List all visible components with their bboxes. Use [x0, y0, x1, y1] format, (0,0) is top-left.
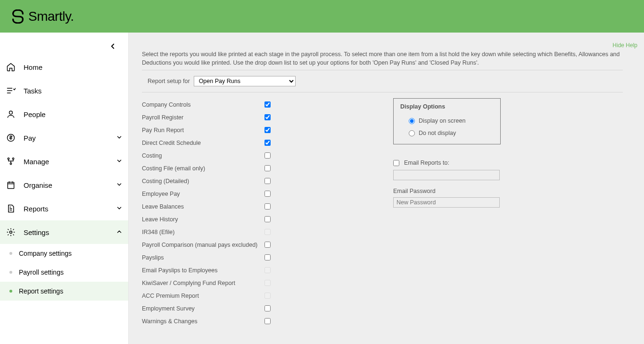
report-row: Costing (Detailed) [142, 175, 271, 187]
nav-manage[interactable]: Manage [0, 150, 128, 173]
nav-people[interactable]: People [0, 102, 128, 126]
report-checkbox[interactable] [264, 114, 271, 120]
pay-icon [6, 133, 16, 143]
manage-icon [6, 156, 16, 167]
bullet-icon [9, 271, 12, 274]
report-label: Employee Pay [142, 191, 264, 197]
email-reports-checkbox[interactable] [393, 160, 399, 166]
subnav-company-settings[interactable]: Company settings [0, 244, 128, 263]
report-label: IR348 (Efile) [142, 229, 264, 235]
nav-organise-label: Organise [24, 181, 52, 189]
report-label: Leave History [142, 216, 264, 223]
report-checkbox[interactable] [264, 127, 271, 133]
chevron-down-icon [116, 181, 123, 189]
nav-settings[interactable]: Settings [0, 220, 128, 244]
people-icon [6, 109, 16, 119]
home-icon [6, 62, 16, 72]
report-row: Company Controls [142, 98, 271, 111]
nav-reports[interactable]: Reports [0, 197, 128, 220]
subnav-payroll-settings[interactable]: Payroll settings [0, 263, 128, 282]
report-checkbox [264, 267, 271, 273]
report-row: Payroll Register [142, 111, 271, 124]
do-not-display-label: Do not display [419, 130, 456, 136]
hide-help-link[interactable]: Hide Help [612, 42, 637, 49]
report-row: Employee Pay [142, 187, 271, 200]
bullet-icon [9, 252, 12, 255]
report-label: Pay Run Report [142, 127, 264, 134]
chevron-left-icon [108, 42, 117, 50]
report-checkbox[interactable] [264, 242, 271, 248]
report-row: IR348 (Efile) [142, 226, 271, 238]
settings-icon [6, 227, 16, 237]
svg-point-4 [10, 163, 11, 164]
nav-settings-label: Settings [24, 228, 49, 236]
report-checkbox[interactable] [264, 216, 271, 222]
display-on-screen-radio[interactable] [409, 118, 415, 124]
email-reports-label: Email Reports to: [404, 159, 449, 166]
main-content: Hide Help Select the reports you would l… [129, 33, 644, 344]
report-checkbox[interactable] [264, 305, 271, 311]
nav-reports-label: Reports [24, 205, 49, 213]
display-options-title: Display Options [400, 103, 494, 110]
report-checkbox[interactable] [264, 191, 271, 197]
report-checkbox[interactable] [264, 203, 271, 210]
sidebar-collapse-button[interactable] [0, 42, 128, 55]
report-row: Payslips [142, 251, 271, 264]
report-label: Email Payslips to Employees [142, 267, 264, 274]
email-reports-input[interactable] [393, 170, 500, 180]
nav-organise[interactable]: Organise [0, 173, 128, 197]
do-not-display-radio[interactable] [409, 130, 415, 136]
report-setup-select[interactable]: Open Pay Runs [194, 76, 296, 86]
app-header: Smartly. [0, 0, 644, 33]
chevron-up-icon [116, 228, 123, 236]
reports-column: Company ControlsPayroll RegisterPay Run … [142, 98, 271, 327]
report-row: Leave History [142, 213, 271, 226]
svg-point-2 [8, 158, 9, 159]
report-label: Employment Survey [142, 305, 264, 312]
nav-manage-label: Manage [24, 158, 49, 166]
chevron-down-icon [116, 134, 123, 142]
report-label: Leave Balances [142, 203, 264, 210]
chevron-down-icon [116, 205, 123, 213]
report-checkbox[interactable] [264, 165, 271, 171]
organise-icon [6, 180, 16, 190]
report-checkbox[interactable] [264, 254, 271, 260]
report-row: Email Payslips to Employees [142, 264, 271, 277]
report-row: KiwiSaver / Complying Fund Report [142, 277, 271, 289]
report-checkbox [264, 280, 271, 286]
svg-point-0 [9, 111, 13, 114]
subnav-report-label: Report settings [19, 287, 63, 295]
report-label: Payroll Register [142, 114, 264, 121]
nav-pay[interactable]: Pay [0, 126, 128, 150]
report-checkbox[interactable] [264, 140, 271, 146]
divider [142, 92, 623, 92]
email-password-input[interactable] [393, 197, 500, 208]
subnav-payroll-label: Payroll settings [19, 268, 64, 276]
setup-label: Report setup for [148, 78, 190, 84]
report-checkbox[interactable] [264, 152, 271, 159]
report-checkbox[interactable] [264, 101, 271, 108]
report-setup-row: Report setup for Open Pay Runs [142, 76, 637, 86]
subnav-report-settings[interactable]: Report settings [0, 282, 128, 301]
subnav-company-label: Company settings [19, 250, 72, 257]
nav-tasks[interactable]: Tasks [0, 79, 128, 102]
report-row: Direct Credit Schedule [142, 136, 271, 149]
settings-submenu: Company settings Payroll settings Report… [0, 244, 128, 301]
report-label: Costing File (email only) [142, 165, 264, 172]
intro-text: Select the reports you would like printe… [142, 46, 623, 67]
nav-home-label: Home [24, 63, 42, 71]
nav-tasks-label: Tasks [24, 87, 41, 95]
svg-point-6 [10, 231, 12, 234]
report-checkbox[interactable] [264, 318, 271, 324]
svg-rect-5 [8, 182, 14, 188]
display-on-screen-label: Display on screen [419, 117, 465, 124]
report-row: Payroll Comparison (manual pays excluded… [142, 238, 271, 251]
report-checkbox[interactable] [264, 178, 271, 184]
report-label: Payroll Comparison (manual pays excluded… [142, 242, 264, 248]
nav-home[interactable]: Home [0, 55, 128, 79]
svg-point-3 [12, 158, 14, 159]
display-options-box: Display Options Display on screen Do not… [393, 98, 501, 144]
report-label: ACC Premium Report [142, 293, 264, 299]
report-label: Costing [142, 152, 264, 159]
report-label: Payslips [142, 254, 264, 261]
